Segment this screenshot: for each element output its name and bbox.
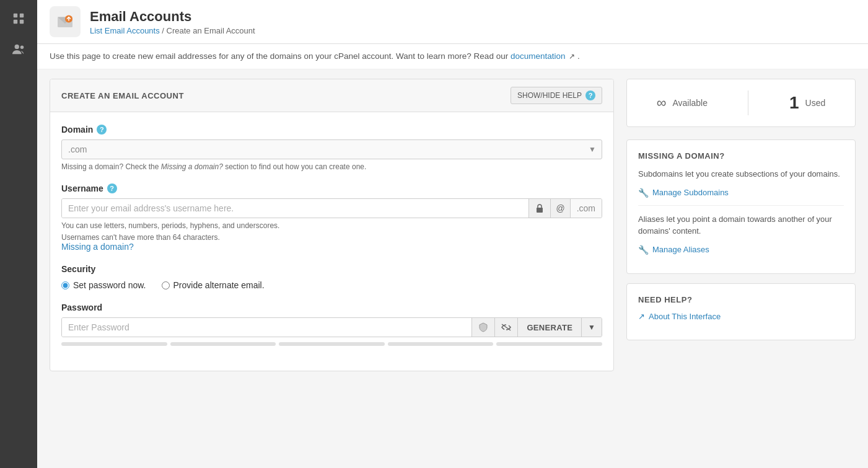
main-wrapper: Email Accounts List Email Accounts / Cre…	[37, 0, 868, 468]
used-stat: 1 Used	[789, 93, 825, 113]
security-option2[interactable]: Provide alternate email.	[162, 280, 265, 290]
strength-bar-2	[170, 342, 276, 346]
content-area: CREATE AN EMAIL ACCOUNT SHOW/HIDE HELP ?…	[37, 69, 868, 468]
breadcrumb-separator: /	[162, 26, 166, 35]
need-help-card: NEED HELP? ↗ About This Interface	[626, 283, 856, 340]
right-column: ∞ Available 1 Used MISSING A DOMAIN? Sub…	[626, 79, 856, 459]
missing-domain-title: MISSING A DOMAIN?	[638, 151, 844, 161]
left-column: CREATE AN EMAIL ACCOUNT SHOW/HIDE HELP ?…	[50, 79, 614, 459]
description-bar: Use this page to create new email addres…	[37, 44, 868, 69]
generate-button[interactable]: GENERATE	[517, 318, 581, 337]
svg-rect-2	[14, 20, 17, 24]
used-count: 1	[789, 93, 799, 113]
sidebar	[0, 0, 37, 468]
domain-help-icon[interactable]: ?	[97, 125, 107, 135]
aliases-text: Aliases let you point a domain towards a…	[638, 213, 844, 237]
username-hint2: Usernames can't have more than 64 charac…	[61, 233, 602, 242]
security-option1[interactable]: Set password now.	[61, 280, 146, 290]
shield-icon	[478, 322, 488, 332]
domain-select[interactable]: .com	[61, 139, 602, 159]
strength-bar-1	[61, 342, 167, 346]
missing-domain-link[interactable]: Missing a domain?	[61, 242, 134, 252]
strength-bar-5	[496, 342, 602, 346]
username-input[interactable]	[62, 199, 528, 218]
password-label: Password	[61, 302, 602, 312]
security-radio1[interactable]	[61, 281, 69, 289]
ext-link-icon: ↗	[569, 52, 575, 61]
description-text-after: .	[577, 51, 580, 61]
users-icon[interactable]	[6, 37, 31, 62]
username-group: Username ? @ .c	[61, 183, 602, 252]
password-strength-bars	[61, 342, 602, 346]
show-hide-label: SHOW/HIDE HELP	[517, 91, 582, 100]
password-group: Password	[61, 302, 602, 346]
generate-dropdown-button[interactable]: ▼	[581, 318, 602, 337]
radio-group: Set password now. Provide alternate emai…	[61, 280, 602, 290]
form-body: Domain ? .com ▼ Missing a domain? Check …	[50, 112, 613, 371]
info-card-divider	[638, 205, 844, 206]
password-toggle-button[interactable]	[494, 318, 517, 337]
svg-point-4	[15, 45, 19, 49]
username-hint1: You can use letters, numbers, periods, h…	[61, 221, 602, 230]
breadcrumb-link[interactable]: List Email Accounts	[90, 26, 160, 35]
grid-icon[interactable]	[6, 6, 31, 31]
password-strength-icon-button[interactable]	[471, 318, 494, 337]
documentation-link[interactable]: documentation	[511, 51, 566, 61]
domain-select-wrapper: .com ▼	[61, 139, 602, 159]
chevron-down-icon: ▼	[588, 323, 595, 332]
username-label: Username ?	[61, 183, 602, 193]
missing-domain-card: MISSING A DOMAIN? Subdomains let you cre…	[626, 139, 856, 274]
available-stat: ∞ Available	[657, 95, 708, 111]
page-title: Email Accounts	[90, 9, 255, 25]
lock-icon	[535, 204, 544, 213]
strength-bar-3	[279, 342, 385, 346]
subdomains-text: Subdomains let you create subsections of…	[638, 168, 844, 180]
username-icon-button[interactable]	[528, 199, 550, 218]
breadcrumb: List Email Accounts / Create an Email Ac…	[90, 26, 255, 35]
about-interface-link[interactable]: ↗ About This Interface	[638, 312, 844, 321]
password-input-wrapper: GENERATE ▼	[61, 317, 602, 337]
page-header: Email Accounts List Email Accounts / Cre…	[37, 0, 868, 44]
form-section-title: CREATE AN EMAIL ACCOUNT	[61, 91, 184, 100]
svg-rect-0	[14, 14, 17, 17]
strength-bar-4	[388, 342, 494, 346]
need-help-title: NEED HELP?	[638, 295, 844, 304]
breadcrumb-current: Create an Email Account	[167, 26, 255, 35]
create-form-card: CREATE AN EMAIL ACCOUNT SHOW/HIDE HELP ?…	[50, 79, 614, 371]
show-hide-help-button[interactable]: SHOW/HIDE HELP ?	[511, 87, 602, 104]
manage-aliases-link[interactable]: 🔧 Manage Aliases	[638, 245, 844, 255]
wrench-icon: 🔧	[638, 188, 649, 198]
security-radio2[interactable]	[162, 281, 170, 289]
stat-divider	[748, 91, 748, 115]
svg-point-5	[20, 46, 24, 50]
wrench-icon-2: 🔧	[638, 245, 649, 255]
description-text-before: Use this page to create new email addres…	[50, 51, 508, 61]
domain-group: Domain ? .com ▼ Missing a domain? Check …	[61, 125, 602, 171]
available-label: Available	[672, 98, 708, 108]
used-label: Used	[805, 98, 826, 108]
security-label: Security	[61, 264, 602, 274]
infinity-icon: ∞	[657, 95, 667, 111]
domain-label: Domain ?	[61, 125, 602, 135]
header-text: Email Accounts List Email Accounts / Cre…	[90, 9, 255, 35]
domain-hint-text: Missing a domain? Check the Missing a do…	[61, 162, 602, 171]
external-link-icon: ↗	[638, 312, 645, 321]
security-group: Security Set password now. Provide alter…	[61, 264, 602, 290]
app-icon	[50, 6, 81, 37]
username-domain-suffix: .com	[570, 199, 602, 218]
svg-rect-12	[537, 208, 543, 213]
eye-slash-icon	[501, 324, 511, 331]
form-card-header: CREATE AN EMAIL ACCOUNT SHOW/HIDE HELP ?	[50, 79, 613, 112]
password-input[interactable]	[62, 318, 471, 337]
stats-card: ∞ Available 1 Used	[626, 79, 856, 127]
manage-subdomains-link[interactable]: 🔧 Manage Subdomains	[638, 188, 844, 198]
at-symbol: @	[550, 199, 569, 218]
svg-rect-1	[20, 14, 24, 17]
username-help-icon[interactable]: ?	[107, 183, 117, 193]
help-question-icon: ?	[585, 91, 595, 100]
username-input-wrapper: @ .com	[61, 198, 602, 218]
svg-rect-3	[20, 20, 24, 24]
